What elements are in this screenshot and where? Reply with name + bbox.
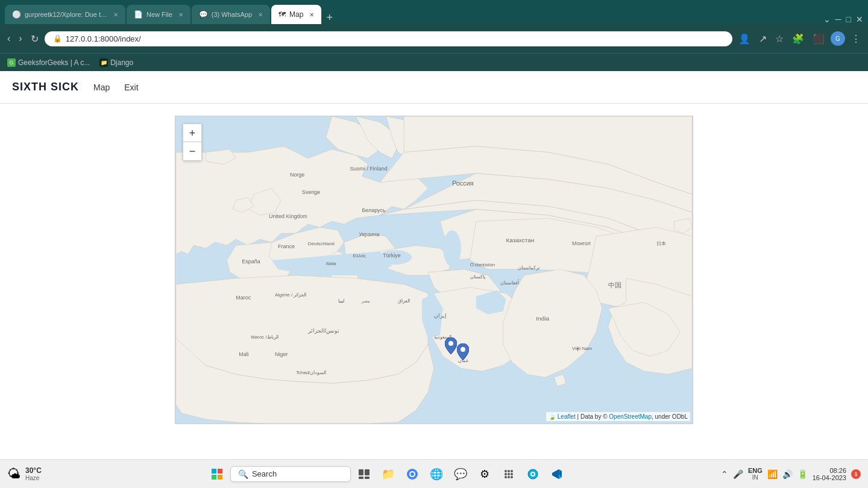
address-lock-icon: 🔒 bbox=[53, 34, 62, 43]
volume-icon[interactable]: 🔊 bbox=[782, 469, 793, 479]
chat-button[interactable]: 💬 bbox=[450, 463, 471, 485]
svg-point-60 bbox=[511, 476, 513, 478]
app-content: SIXTH SICK Map Exit bbox=[0, 71, 868, 424]
chevron-up-icon[interactable]: ⌃ bbox=[721, 469, 728, 479]
svg-text:日本: 日本 bbox=[656, 241, 666, 246]
tab-github[interactable]: ⚪ gurpreetk12/Xplore: Due to a lac... ✕ bbox=[5, 5, 125, 24]
tab-github-close[interactable]: ✕ bbox=[113, 11, 118, 18]
map-zoom-out-button[interactable]: − bbox=[183, 142, 201, 160]
svg-text:Монгол: Монгол bbox=[572, 240, 591, 246]
profile-button[interactable]: ⬛ bbox=[810, 31, 827, 47]
svg-text:Ö'zbekiston: Ö'zbekiston bbox=[470, 262, 495, 267]
svg-text:العراق: العراق bbox=[398, 298, 410, 304]
svg-text:中国: 中国 bbox=[608, 281, 621, 289]
svg-text:Norge: Norge bbox=[290, 172, 304, 178]
file-explorer-button[interactable]: 📁 bbox=[377, 463, 399, 485]
svg-rect-42 bbox=[218, 469, 222, 474]
map-background: Россия Беларусь Украина Казахстан Монгол… bbox=[175, 116, 693, 424]
svg-text:Беларусь: Беларусь bbox=[362, 207, 385, 213]
svg-point-58 bbox=[505, 476, 507, 478]
clock-time: 08:26 bbox=[829, 467, 846, 474]
map-zoom-in-button[interactable]: + bbox=[183, 124, 201, 142]
profile-avatar[interactable]: G bbox=[831, 31, 845, 46]
tab-new-file[interactable]: 📄 New File ✕ bbox=[127, 5, 190, 24]
svg-text:Algérie / الجزائر: Algérie / الجزائر bbox=[275, 292, 306, 298]
tab-whatsapp[interactable]: 💬 (3) WhatsApp ✕ bbox=[192, 5, 270, 24]
svg-point-2 bbox=[443, 230, 461, 266]
microphone-icon[interactable]: 🎤 bbox=[733, 469, 743, 479]
tab-ctrl-maximize[interactable]: □ bbox=[846, 14, 851, 24]
tab-ctrl-minimize[interactable]: ─ bbox=[835, 14, 841, 24]
tab-map[interactable]: 🗺 Map ✕ bbox=[271, 5, 321, 24]
more-apps-button[interactable] bbox=[498, 463, 520, 485]
task-view-button[interactable] bbox=[353, 463, 375, 485]
tab-new-file-title: New File bbox=[146, 11, 172, 18]
vscode-button[interactable] bbox=[546, 463, 568, 485]
bookmark-django[interactable]: 📁 Django bbox=[99, 58, 133, 67]
share-button[interactable]: ↗ bbox=[756, 31, 769, 47]
svg-text:India: India bbox=[536, 315, 549, 322]
nav-refresh-button[interactable]: ↻ bbox=[28, 31, 41, 47]
battery-icon[interactable]: 🔋 bbox=[797, 469, 808, 479]
menu-button[interactable]: ⋮ bbox=[849, 31, 863, 47]
svg-text:Deutschland: Deutschland bbox=[308, 241, 335, 246]
dev-button[interactable] bbox=[522, 463, 544, 485]
map-marker-2[interactable] bbox=[457, 343, 471, 363]
svg-rect-41 bbox=[212, 469, 216, 474]
svg-text:إيران: إيران bbox=[434, 313, 447, 319]
svg-point-57 bbox=[511, 473, 513, 475]
tab-map-close[interactable]: ✕ bbox=[309, 11, 314, 18]
taskbar-clock[interactable]: 08:26 16-04-2023 bbox=[813, 467, 846, 481]
svg-text:Украина: Украина bbox=[359, 231, 379, 237]
svg-text:Maroc /الرباط: Maroc /الرباط bbox=[251, 334, 278, 340]
tab-ctrl-close[interactable]: ✕ bbox=[856, 14, 863, 24]
address-bar[interactable]: 🔒 127.0.0.1:8000/index/ bbox=[45, 31, 732, 46]
svg-point-59 bbox=[508, 476, 510, 478]
map-container: Россия Беларусь Украина Казахстан Монгол… bbox=[175, 116, 693, 424]
search-text: Search bbox=[252, 469, 277, 478]
search-icon: 🔍 bbox=[238, 469, 248, 479]
svg-text:مصر: مصر bbox=[361, 299, 370, 304]
svg-point-56 bbox=[508, 473, 510, 475]
wifi-icon[interactable]: 📶 bbox=[767, 469, 778, 479]
svg-text:Italia: Italia bbox=[326, 261, 336, 266]
tab-ctrl-dropdown[interactable]: ⌄ bbox=[823, 14, 831, 24]
bookmark-button[interactable]: ☆ bbox=[773, 31, 786, 47]
search-bar[interactable]: 🔍 Search bbox=[230, 466, 351, 482]
tab-new-file-close[interactable]: ✕ bbox=[178, 11, 183, 18]
taskbar-right: ⌃ 🎤 ENG IN 📶 🔊 🔋 08:26 16-04-2023 1 bbox=[714, 467, 868, 481]
tab-map-title: Map bbox=[289, 10, 303, 19]
settings-button[interactable]: ⚙ bbox=[474, 463, 495, 485]
start-button[interactable] bbox=[206, 463, 228, 485]
svg-rect-45 bbox=[359, 469, 363, 475]
leaflet-link[interactable]: Leaflet bbox=[558, 413, 576, 420]
tab-add-button[interactable]: + bbox=[321, 11, 338, 24]
svg-text:Türkiye: Türkiye bbox=[383, 252, 400, 258]
svg-text:Maroc: Maroc bbox=[236, 295, 251, 301]
nav-back-button[interactable]: ‹ bbox=[5, 31, 13, 46]
edge-button[interactable]: 🌐 bbox=[426, 463, 447, 485]
tab-whatsapp-close[interactable]: ✕ bbox=[258, 11, 263, 18]
nav-forward-button[interactable]: › bbox=[16, 31, 24, 46]
google-account-button[interactable]: 👤 bbox=[736, 31, 753, 47]
nav-map-link[interactable]: Map bbox=[93, 83, 110, 92]
extension-button[interactable]: 🧩 bbox=[790, 31, 807, 47]
notification-badge[interactable]: 1 bbox=[851, 469, 861, 479]
tab-map-favicon: 🗺 bbox=[278, 10, 286, 19]
svg-text:ليبيا: ليبيا bbox=[338, 298, 344, 304]
taskbar-weather: 🌤 30°C Haze bbox=[0, 466, 60, 482]
svg-rect-44 bbox=[218, 475, 222, 480]
svg-point-52 bbox=[505, 470, 507, 472]
bookmark-geeksforgeeks[interactable]: G GeeksforGeeks | A c... bbox=[7, 58, 90, 67]
svg-rect-48 bbox=[365, 477, 370, 479]
chrome-button[interactable] bbox=[401, 463, 423, 485]
django-icon: 📁 bbox=[99, 58, 108, 67]
app-header: SIXTH SICK Map Exit bbox=[0, 71, 868, 104]
openstreetmap-link[interactable]: OpenStreetMap bbox=[609, 413, 652, 420]
svg-text:پاکستان: پاکستان bbox=[470, 274, 485, 280]
weather-info: 30°C Haze bbox=[25, 466, 42, 481]
map-zoom-controls: + − bbox=[183, 124, 202, 161]
svg-text:España: España bbox=[242, 258, 260, 264]
nav-exit-link[interactable]: Exit bbox=[124, 83, 138, 92]
tab-whatsapp-title: (3) WhatsApp bbox=[212, 11, 252, 18]
